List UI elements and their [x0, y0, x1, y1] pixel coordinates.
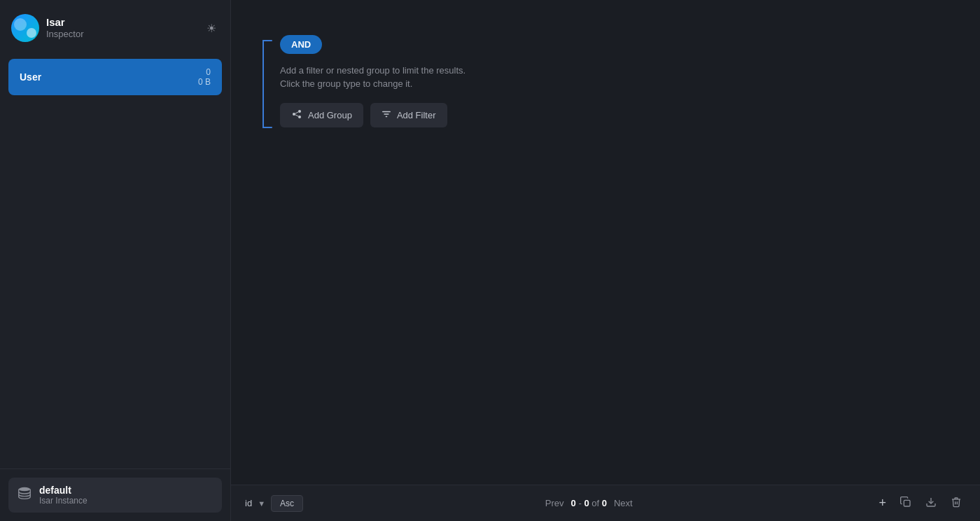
instance-info: default Isar Instance	[39, 485, 88, 506]
collection-item-user[interactable]: User 0 0 B	[8, 59, 222, 95]
sidebar-footer: default Isar Instance	[0, 468, 230, 521]
app-subtitle: Inspector	[46, 29, 83, 40]
plus-icon: +	[878, 496, 886, 510]
filter-hint: Add a filter or nested group to limit th…	[280, 65, 465, 89]
sun-icon: ☀	[206, 22, 216, 34]
collection-list: User 0 0 B	[0, 53, 230, 468]
add-filter-button[interactable]: Add Filter	[370, 103, 447, 127]
range-start: 0	[571, 498, 576, 508]
app-name: Isar	[46, 16, 83, 29]
instance-item[interactable]: default Isar Instance	[8, 478, 222, 513]
download-icon	[925, 498, 937, 510]
copy-icon	[900, 498, 911, 510]
database-icon	[17, 486, 32, 505]
instance-subtitle: Isar Instance	[39, 496, 88, 506]
total-count: 0	[602, 498, 607, 508]
trash-icon	[951, 498, 962, 510]
add-filter-label: Add Filter	[397, 110, 436, 120]
collection-stats: 0 0 B	[198, 67, 211, 87]
svg-line-4	[295, 112, 298, 113]
filter-group-wrapper: AND Add a filter or nested group to limi…	[259, 35, 952, 133]
sort-controls: id ▼ Asc	[245, 495, 303, 512]
app-logo	[11, 14, 39, 42]
action-buttons: +	[874, 493, 966, 513]
prev-button[interactable]: Prev	[545, 498, 564, 508]
sidebar: Isar Inspector ☀ User 0 0 B	[0, 0, 231, 521]
filter-bracket-svg	[259, 35, 273, 133]
filter-content: AND Add a filter or nested group to limi…	[273, 35, 465, 127]
main-content: AND Add a filter or nested group to limi…	[231, 0, 980, 521]
instance-name: default	[39, 485, 88, 496]
svg-rect-6	[904, 500, 910, 506]
theme-toggle-button[interactable]: ☀	[204, 19, 219, 38]
copy-button[interactable]	[896, 494, 916, 513]
sort-field-dropdown[interactable]: ▼	[258, 499, 265, 508]
collection-count: 0	[206, 67, 211, 77]
add-group-label: Add Group	[308, 110, 352, 120]
pagination-controls: Prev 0 - 0 of 0 Next	[545, 498, 633, 508]
filter-actions: Add Group Add Filter	[280, 103, 465, 127]
svg-line-5	[295, 115, 298, 116]
of-label: of	[592, 498, 601, 508]
sort-field-label: id	[245, 498, 252, 508]
collection-size: 0 B	[198, 77, 211, 87]
svg-point-2	[298, 110, 301, 113]
filter-area: AND Add a filter or nested group to limi…	[231, 0, 980, 485]
range-separator: -	[578, 498, 581, 508]
next-button[interactable]: Next	[614, 498, 633, 508]
pagination-info: 0 - 0 of 0	[571, 498, 607, 508]
filter-hint-line2: Click the group type to change it.	[280, 78, 465, 89]
collection-name: User	[20, 71, 41, 83]
range-end: 0	[584, 498, 589, 508]
export-button[interactable]	[921, 494, 941, 513]
sort-order-button[interactable]: Asc	[271, 495, 303, 512]
add-record-button[interactable]: +	[874, 493, 890, 513]
add-group-button[interactable]: Add Group	[280, 103, 363, 127]
sidebar-header: Isar Inspector ☀	[0, 0, 230, 53]
svg-point-3	[298, 116, 301, 118]
logo-area: Isar Inspector	[11, 14, 83, 42]
bottom-bar: id ▼ Asc Prev 0 - 0 of 0 Next +	[231, 485, 980, 521]
delete-button[interactable]	[946, 494, 966, 513]
svg-point-0	[19, 487, 31, 491]
svg-point-1	[293, 113, 295, 116]
app-title: Isar Inspector	[46, 16, 83, 40]
filter-icon	[382, 109, 391, 121]
and-group-button[interactable]: AND	[280, 35, 322, 54]
filter-hint-line1: Add a filter or nested group to limit th…	[280, 65, 465, 76]
group-icon	[291, 109, 302, 122]
